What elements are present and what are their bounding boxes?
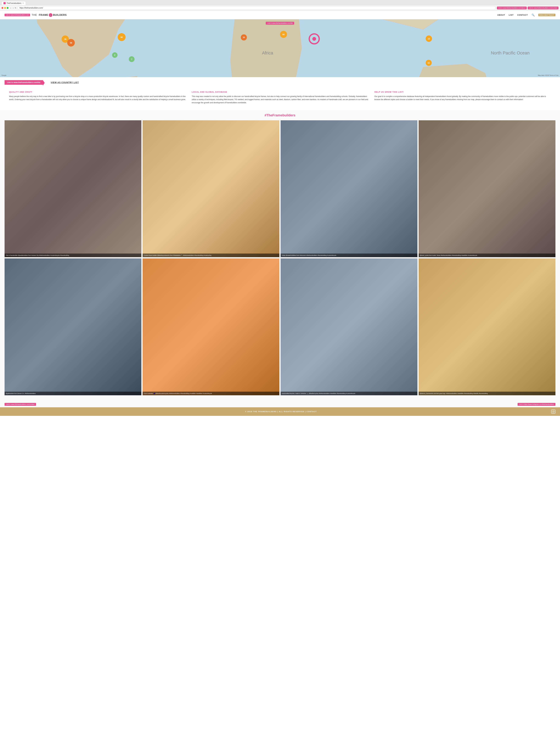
- browser-chrome: TheFramebuilders ✕: [0, 0, 560, 5]
- maximize-button[interactable]: [7, 7, 8, 9]
- site-footer: © 2018 THE FRAMEBUILDERS | ALL RIGHTS RE…: [0, 407, 560, 416]
- instagram-item-0[interactable]: This is framebuilder @pedalinobikes from…: [5, 120, 141, 257]
- logo-icon: 🚲: [49, 13, 53, 17]
- map-cluster-2[interactable]: 2: [112, 52, 117, 58]
- svg-point-18: [553, 411, 554, 412]
- svg-point-16: [312, 37, 316, 41]
- browser-tab[interactable]: TheFramebuilders ✕: [2, 1, 26, 5]
- logo-builders: BUILDERS: [53, 14, 67, 16]
- info-quality-body: Many people believe the only way to find…: [9, 95, 185, 101]
- map-cluster-12[interactable]: 12: [426, 36, 432, 42]
- view-list-section: Link to www.theframebuilders.com/list VI…: [0, 77, 560, 88]
- instagram-title: #TheFramebuilders: [5, 113, 555, 117]
- view-list-button[interactable]: Link to www.theframebuilders.com/list: [5, 80, 43, 85]
- instagram-section: #TheFramebuilders This is framebuilder @…: [0, 110, 560, 401]
- map-cluster-10-aus[interactable]: 10: [426, 60, 432, 66]
- close-button[interactable]: [2, 7, 3, 9]
- browser-toolbar: ‹ › ↻ Link to www.theframebuilders.com/a…: [0, 5, 560, 11]
- view-country-list-link[interactable]: VIEW AS COUNTRY LIST: [51, 81, 79, 84]
- site-nav: ABOUT LIST CONTACT 🔍 Button label="Searc…: [497, 13, 555, 16]
- instagram-item-2[interactable]: Today @waterfordbikes from Wisconsin #th…: [281, 120, 417, 257]
- forward-button[interactable]: ›: [12, 6, 14, 9]
- instagram-footer-icon[interactable]: [551, 409, 555, 414]
- map-cluster-66[interactable]: 66: [280, 31, 287, 38]
- extension-buttons: Link to www.theframebuilders.com/about L…: [497, 7, 558, 9]
- back-button[interactable]: ‹: [10, 6, 12, 9]
- logo-frame: FRAME: [39, 14, 48, 16]
- instagram-grid: This is framebuilder @pedalinobikes from…: [5, 120, 555, 395]
- instagram-caption-3: @tomii_cycles from Austin, Texas #thefra…: [419, 254, 555, 257]
- info-quality: QUALITY AND CRAFT Many people believe th…: [9, 91, 185, 104]
- info-grow-title: HELP US GROW THIS LIST!: [375, 91, 551, 93]
- about-link-button[interactable]: Link to www.theframebuilders.com/about: [497, 7, 527, 9]
- instagram-caption-6: Handcrafted bicycles, made in Yorkshire.…: [281, 392, 417, 395]
- footer-instagram-badge[interactable]: Link to https://www.instagram.com/thefra…: [517, 403, 555, 406]
- info-grow-body: Our goal is to compile a comprehensive d…: [375, 95, 551, 101]
- instagram-caption-7: @demon_frameworks and their great lugs. …: [419, 392, 555, 395]
- instagram-item-4[interactable]: @gallusdude from Denver CA, #theframebui…: [5, 258, 141, 395]
- info-sections: QUALITY AND CRAFT Many people believe th…: [0, 88, 560, 110]
- world-map-svg: North America North Atlantic Ocean South…: [0, 19, 560, 77]
- info-grow: HELP US GROW THIS LIST! Our goal is to c…: [375, 91, 551, 104]
- map-section: North America North Atlantic Ocean South…: [0, 19, 560, 77]
- search-badge: Button label="Search": [538, 14, 555, 16]
- search-icon[interactable]: 🔍: [532, 13, 535, 16]
- footer-badges: Link to www.theframebuilders.com/contact…: [0, 401, 560, 407]
- home-link-badge[interactable]: Link to www.theframebuilders.com: [5, 14, 30, 16]
- footer-contact-badge[interactable]: Link to www.theframebuilders.com/contact: [5, 403, 36, 406]
- instagram-item-5[interactable]: From Australia! 🇦🇺 @devlincustomcycles #…: [143, 258, 279, 395]
- svg-rect-17: [552, 411, 554, 413]
- info-database-body: This map was created to not only allow t…: [192, 95, 368, 104]
- refresh-button[interactable]: ↻: [15, 6, 16, 9]
- address-bar[interactable]: [17, 6, 495, 10]
- map-credit: Google: [2, 74, 6, 76]
- nav-buttons: ‹ › ↻: [10, 6, 16, 9]
- instagram-caption-0: This is framebuilder @pedalinobikes from…: [5, 254, 141, 257]
- info-database-title: LOCAL AND GLOBAL DATABASE: [192, 91, 368, 93]
- info-database: LOCAL AND GLOBAL DATABASE This map was c…: [192, 91, 368, 104]
- instagram-item-6[interactable]: Handcrafted bicycles, made in Yorkshire.…: [281, 258, 417, 395]
- instagram-caption-4: @gallusdude from Denver CA, #theframebui…: [5, 392, 141, 395]
- traffic-lights: [2, 7, 8, 9]
- instagram-caption-1: Custom frame builder @bilenkycycleworks …: [143, 254, 279, 257]
- browser-tabs: TheFramebuilders ✕: [2, 1, 558, 5]
- map-cluster-10-eu[interactable]: 10: [241, 35, 247, 41]
- info-quality-title: QUALITY AND CRAFT: [9, 91, 185, 93]
- instagram-caption-2: Today @waterfordbikes from Wisconsin #th…: [281, 254, 417, 257]
- nav-list[interactable]: LIST: [509, 14, 513, 16]
- map-terms: Map data ©2018 Terms of Use: [538, 74, 558, 76]
- instagram-item-3[interactable]: @tomii_cycles from Austin, Texas #thefra…: [419, 120, 555, 257]
- tab-title: TheFramebuilders: [7, 2, 21, 4]
- map-cluster-68[interactable]: 68: [117, 33, 126, 41]
- instagram-caption-5: From Australia! 🇦🇺 @devlincustomcycles #…: [143, 392, 279, 395]
- nav-about[interactable]: ABOUT: [497, 14, 505, 16]
- svg-text:North Pacific Ocean: North Pacific Ocean: [491, 51, 530, 55]
- instagram-item-7[interactable]: @demon_frameworks and their great lugs. …: [419, 258, 555, 395]
- instagram-item-1[interactable]: Custom frame builder @bilenkycycleworks …: [143, 120, 279, 257]
- svg-text:Africa: Africa: [262, 51, 273, 55]
- map-cluster-56[interactable]: 56: [67, 39, 75, 47]
- tab-close-button[interactable]: ✕: [22, 2, 24, 4]
- site-header: Link to www.theframebuilders.com THE FRA…: [0, 11, 560, 19]
- minimize-button[interactable]: [4, 7, 6, 9]
- site-logo[interactable]: THE FRAME 🚲 BUILDERS: [31, 13, 67, 17]
- nav-contact[interactable]: CONTACT: [517, 14, 528, 16]
- footer-text: © 2018 THE FRAMEBUILDERS | ALL RIGHTS RE…: [245, 411, 317, 412]
- contact-link-button[interactable]: Link to www.theframebuilders.com/contact: [528, 7, 558, 9]
- logo-the: THE: [31, 14, 37, 16]
- map-list-badge[interactable]: Link to www.theframebuilders.com/list: [266, 22, 294, 25]
- tab-favicon: [3, 2, 6, 4]
